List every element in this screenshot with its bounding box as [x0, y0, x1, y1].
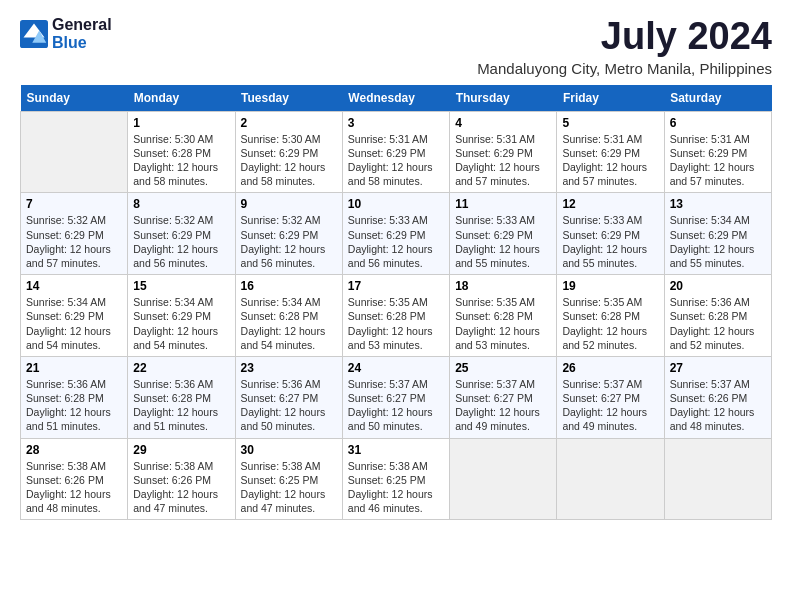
weekday-header-tuesday: Tuesday	[235, 85, 342, 112]
day-info: Sunrise: 5:38 AM Sunset: 6:25 PM Dayligh…	[241, 459, 337, 516]
logo-icon	[20, 20, 48, 48]
day-number: 9	[241, 197, 337, 211]
calendar-cell: 27Sunrise: 5:37 AM Sunset: 6:26 PM Dayli…	[664, 356, 771, 438]
calendar-cell	[664, 438, 771, 520]
day-number: 17	[348, 279, 444, 293]
day-info: Sunrise: 5:32 AM Sunset: 6:29 PM Dayligh…	[26, 213, 122, 270]
weekday-header-sunday: Sunday	[21, 85, 128, 112]
day-number: 15	[133, 279, 229, 293]
calendar-cell	[450, 438, 557, 520]
day-info: Sunrise: 5:33 AM Sunset: 6:29 PM Dayligh…	[562, 213, 658, 270]
day-info: Sunrise: 5:34 AM Sunset: 6:29 PM Dayligh…	[670, 213, 766, 270]
day-number: 23	[241, 361, 337, 375]
calendar-cell: 20Sunrise: 5:36 AM Sunset: 6:28 PM Dayli…	[664, 275, 771, 357]
day-number: 19	[562, 279, 658, 293]
day-info: Sunrise: 5:37 AM Sunset: 6:27 PM Dayligh…	[348, 377, 444, 434]
day-info: Sunrise: 5:31 AM Sunset: 6:29 PM Dayligh…	[455, 132, 551, 189]
calendar-cell: 7Sunrise: 5:32 AM Sunset: 6:29 PM Daylig…	[21, 193, 128, 275]
weekday-header-thursday: Thursday	[450, 85, 557, 112]
day-info: Sunrise: 5:34 AM Sunset: 6:29 PM Dayligh…	[133, 295, 229, 352]
calendar-cell: 15Sunrise: 5:34 AM Sunset: 6:29 PM Dayli…	[128, 275, 235, 357]
calendar-cell	[21, 111, 128, 193]
calendar-cell: 13Sunrise: 5:34 AM Sunset: 6:29 PM Dayli…	[664, 193, 771, 275]
day-info: Sunrise: 5:35 AM Sunset: 6:28 PM Dayligh…	[348, 295, 444, 352]
calendar-cell: 24Sunrise: 5:37 AM Sunset: 6:27 PM Dayli…	[342, 356, 449, 438]
day-info: Sunrise: 5:33 AM Sunset: 6:29 PM Dayligh…	[348, 213, 444, 270]
day-number: 16	[241, 279, 337, 293]
day-info: Sunrise: 5:38 AM Sunset: 6:26 PM Dayligh…	[26, 459, 122, 516]
logo-general-text: General	[52, 16, 112, 34]
calendar-cell: 31Sunrise: 5:38 AM Sunset: 6:25 PM Dayli…	[342, 438, 449, 520]
calendar-week-row: 1Sunrise: 5:30 AM Sunset: 6:28 PM Daylig…	[21, 111, 772, 193]
day-number: 26	[562, 361, 658, 375]
title-area: July 2024 Mandaluyong City, Metro Manila…	[477, 16, 772, 77]
day-number: 30	[241, 443, 337, 457]
day-info: Sunrise: 5:37 AM Sunset: 6:27 PM Dayligh…	[562, 377, 658, 434]
calendar-cell: 1Sunrise: 5:30 AM Sunset: 6:28 PM Daylig…	[128, 111, 235, 193]
day-number: 7	[26, 197, 122, 211]
day-info: Sunrise: 5:35 AM Sunset: 6:28 PM Dayligh…	[455, 295, 551, 352]
calendar-cell: 5Sunrise: 5:31 AM Sunset: 6:29 PM Daylig…	[557, 111, 664, 193]
day-info: Sunrise: 5:34 AM Sunset: 6:28 PM Dayligh…	[241, 295, 337, 352]
calendar-cell: 9Sunrise: 5:32 AM Sunset: 6:29 PM Daylig…	[235, 193, 342, 275]
weekday-header-saturday: Saturday	[664, 85, 771, 112]
month-title: July 2024	[477, 16, 772, 58]
calendar-cell: 3Sunrise: 5:31 AM Sunset: 6:29 PM Daylig…	[342, 111, 449, 193]
day-number: 8	[133, 197, 229, 211]
calendar-cell: 30Sunrise: 5:38 AM Sunset: 6:25 PM Dayli…	[235, 438, 342, 520]
day-number: 22	[133, 361, 229, 375]
calendar-cell: 22Sunrise: 5:36 AM Sunset: 6:28 PM Dayli…	[128, 356, 235, 438]
day-number: 14	[26, 279, 122, 293]
logo: General Blue	[20, 16, 112, 51]
calendar-cell: 28Sunrise: 5:38 AM Sunset: 6:26 PM Dayli…	[21, 438, 128, 520]
calendar-cell: 29Sunrise: 5:38 AM Sunset: 6:26 PM Dayli…	[128, 438, 235, 520]
weekday-header-monday: Monday	[128, 85, 235, 112]
calendar-cell: 16Sunrise: 5:34 AM Sunset: 6:28 PM Dayli…	[235, 275, 342, 357]
calendar-cell: 11Sunrise: 5:33 AM Sunset: 6:29 PM Dayli…	[450, 193, 557, 275]
day-number: 18	[455, 279, 551, 293]
calendar-cell: 6Sunrise: 5:31 AM Sunset: 6:29 PM Daylig…	[664, 111, 771, 193]
day-info: Sunrise: 5:37 AM Sunset: 6:26 PM Dayligh…	[670, 377, 766, 434]
day-number: 21	[26, 361, 122, 375]
calendar-cell: 4Sunrise: 5:31 AM Sunset: 6:29 PM Daylig…	[450, 111, 557, 193]
day-info: Sunrise: 5:36 AM Sunset: 6:28 PM Dayligh…	[133, 377, 229, 434]
day-number: 3	[348, 116, 444, 130]
day-number: 13	[670, 197, 766, 211]
calendar-cell: 10Sunrise: 5:33 AM Sunset: 6:29 PM Dayli…	[342, 193, 449, 275]
day-info: Sunrise: 5:38 AM Sunset: 6:25 PM Dayligh…	[348, 459, 444, 516]
day-number: 31	[348, 443, 444, 457]
day-info: Sunrise: 5:32 AM Sunset: 6:29 PM Dayligh…	[133, 213, 229, 270]
calendar-header-row: SundayMondayTuesdayWednesdayThursdayFrid…	[21, 85, 772, 112]
calendar-week-row: 14Sunrise: 5:34 AM Sunset: 6:29 PM Dayli…	[21, 275, 772, 357]
calendar-cell: 23Sunrise: 5:36 AM Sunset: 6:27 PM Dayli…	[235, 356, 342, 438]
calendar-cell: 21Sunrise: 5:36 AM Sunset: 6:28 PM Dayli…	[21, 356, 128, 438]
calendar-cell: 14Sunrise: 5:34 AM Sunset: 6:29 PM Dayli…	[21, 275, 128, 357]
day-number: 28	[26, 443, 122, 457]
day-info: Sunrise: 5:36 AM Sunset: 6:28 PM Dayligh…	[26, 377, 122, 434]
day-number: 12	[562, 197, 658, 211]
day-number: 24	[348, 361, 444, 375]
day-info: Sunrise: 5:36 AM Sunset: 6:27 PM Dayligh…	[241, 377, 337, 434]
calendar-cell: 18Sunrise: 5:35 AM Sunset: 6:28 PM Dayli…	[450, 275, 557, 357]
day-info: Sunrise: 5:32 AM Sunset: 6:29 PM Dayligh…	[241, 213, 337, 270]
day-number: 5	[562, 116, 658, 130]
day-info: Sunrise: 5:38 AM Sunset: 6:26 PM Dayligh…	[133, 459, 229, 516]
calendar-table: SundayMondayTuesdayWednesdayThursdayFrid…	[20, 85, 772, 520]
calendar-week-row: 28Sunrise: 5:38 AM Sunset: 6:26 PM Dayli…	[21, 438, 772, 520]
day-number: 10	[348, 197, 444, 211]
day-info: Sunrise: 5:31 AM Sunset: 6:29 PM Dayligh…	[670, 132, 766, 189]
day-number: 1	[133, 116, 229, 130]
day-info: Sunrise: 5:30 AM Sunset: 6:28 PM Dayligh…	[133, 132, 229, 189]
weekday-header-friday: Friday	[557, 85, 664, 112]
calendar-body: 1Sunrise: 5:30 AM Sunset: 6:28 PM Daylig…	[21, 111, 772, 519]
calendar-week-row: 21Sunrise: 5:36 AM Sunset: 6:28 PM Dayli…	[21, 356, 772, 438]
day-info: Sunrise: 5:33 AM Sunset: 6:29 PM Dayligh…	[455, 213, 551, 270]
day-number: 11	[455, 197, 551, 211]
day-number: 25	[455, 361, 551, 375]
day-number: 2	[241, 116, 337, 130]
day-info: Sunrise: 5:37 AM Sunset: 6:27 PM Dayligh…	[455, 377, 551, 434]
day-info: Sunrise: 5:31 AM Sunset: 6:29 PM Dayligh…	[348, 132, 444, 189]
location-title: Mandaluyong City, Metro Manila, Philippi…	[477, 60, 772, 77]
day-info: Sunrise: 5:30 AM Sunset: 6:29 PM Dayligh…	[241, 132, 337, 189]
calendar-cell: 12Sunrise: 5:33 AM Sunset: 6:29 PM Dayli…	[557, 193, 664, 275]
